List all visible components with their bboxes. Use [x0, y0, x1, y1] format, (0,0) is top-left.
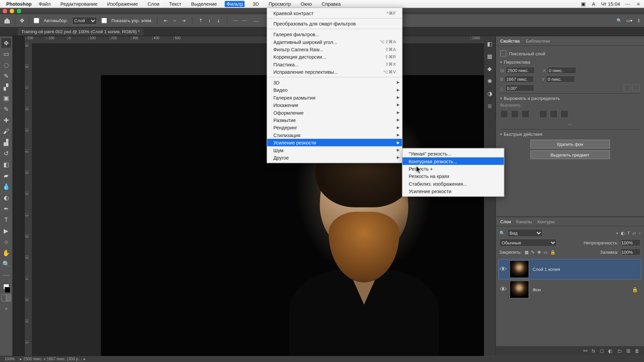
- layer-row[interactable]: 👁 Фон 🔒: [498, 279, 641, 300]
- show-transform-checkbox[interactable]: [101, 18, 107, 23]
- link-layers-icon[interactable]: ⚯: [583, 348, 587, 354]
- hand-tool[interactable]: ✋: [1, 248, 11, 258]
- align-left-icon[interactable]: ⇤: [162, 16, 170, 24]
- filter-smart-icon[interactable]: ▫: [639, 231, 641, 236]
- lock-icon[interactable]: 🔒: [632, 287, 638, 292]
- select-subject-button[interactable]: Выделить предмет: [530, 150, 609, 159]
- menu-item[interactable]: Преобразовать для смарт-фильтров: [267, 20, 402, 27]
- layer-thumbnail[interactable]: [509, 260, 529, 278]
- filter-adjust-icon[interactable]: ◐: [621, 231, 625, 236]
- menu-item[interactable]: Другое: [267, 154, 402, 161]
- visibility-toggle[interactable]: 👁: [500, 286, 506, 294]
- traffic-light-zoom[interactable]: [17, 9, 21, 13]
- screen-mode-icon[interactable]: ▫: [1, 304, 11, 313]
- lock-artboard-icon[interactable]: ▭: [543, 249, 547, 254]
- menu-item[interactable]: Видео: [267, 86, 402, 94]
- layer-thumbnail[interactable]: [509, 281, 529, 298]
- menu-item[interactable]: Исправление перспективы...⌥⌘V: [267, 68, 402, 75]
- menu-3d[interactable]: 3D: [251, 1, 261, 7]
- submenu-item[interactable]: "Умная" резкость...: [402, 150, 504, 157]
- width-field[interactable]: [506, 67, 535, 74]
- menu-window[interactable]: Окно: [299, 1, 314, 7]
- panel-icon-gradients[interactable]: ◆: [486, 65, 494, 73]
- zoom-tool[interactable]: 🔍: [1, 259, 11, 269]
- menu-item[interactable]: Усиление резкости: [267, 139, 402, 146]
- align-hcenter-icon[interactable]: ↔: [171, 16, 179, 24]
- dodge-tool[interactable]: ◐: [1, 193, 11, 202]
- quick-mask-toggle[interactable]: [1, 294, 11, 302]
- align-bottom-btn[interactable]: [560, 110, 569, 118]
- flip-v-icon[interactable]: [633, 84, 640, 92]
- panel-icon-color[interactable]: ◧: [486, 40, 494, 48]
- document-tab[interactable]: Training-oil-paint-002.psd @ 100% (Слой …: [18, 28, 143, 35]
- layer-row[interactable]: 👁 Слой 1 копия: [498, 259, 641, 280]
- section-transform[interactable]: Перспектива: [500, 58, 639, 66]
- align-vcenter-btn[interactable]: [550, 110, 558, 118]
- clone-stamp-tool[interactable]: ▟: [1, 137, 11, 147]
- angle-field[interactable]: [505, 84, 534, 92]
- distribute-h-icon[interactable]: ⋯: [232, 16, 240, 24]
- options-overflow-icon[interactable]: ⋯: [253, 17, 259, 24]
- delete-layer-icon[interactable]: 🗑: [635, 348, 640, 354]
- menu-item[interactable]: Адаптивный широкий угол...⌥⇧⌘A: [267, 38, 402, 45]
- lock-position-icon[interactable]: ✥: [537, 249, 541, 254]
- align-top-btn[interactable]: [539, 110, 547, 118]
- submenu-item[interactable]: Контурная резкость...: [402, 157, 504, 165]
- share-icon[interactable]: ⇪: [637, 18, 641, 23]
- align-right-icon[interactable]: ⇥: [179, 16, 187, 24]
- menu-item[interactable]: Размытие: [267, 116, 402, 124]
- submenu-item[interactable]: Стабилиз. изображения...: [402, 180, 504, 187]
- auto-select-target[interactable]: Слой: [72, 16, 97, 24]
- menu-edit[interactable]: Редактирование: [59, 1, 99, 7]
- filter-pixel-icon[interactable]: ▪: [616, 231, 618, 236]
- layer-kind-filter[interactable]: Вид: [507, 229, 543, 237]
- background-color[interactable]: [4, 287, 10, 293]
- eyedropper-tool[interactable]: ✎: [1, 104, 11, 114]
- eraser-tool[interactable]: ◧: [1, 160, 11, 169]
- menu-item[interactable]: Фильтр Camera Raw...⇧⌘A: [267, 46, 402, 53]
- submenu-item[interactable]: Усиление резкости: [402, 187, 504, 195]
- menu-item[interactable]: Оформление: [267, 109, 402, 116]
- type-tool[interactable]: T: [1, 215, 11, 225]
- menu-layer[interactable]: Слои: [146, 1, 161, 7]
- frame-tool[interactable]: ▣: [1, 93, 11, 103]
- history-brush-tool[interactable]: ↺: [1, 148, 11, 158]
- menu-view[interactable]: Просмотр: [267, 1, 293, 7]
- opacity-field[interactable]: [621, 239, 640, 246]
- layer-name[interactable]: Слой 1 копия: [533, 267, 560, 272]
- artboard-tool[interactable]: ▭: [1, 49, 11, 59]
- tab-layers[interactable]: Слои: [500, 219, 511, 224]
- healing-brush-tool[interactable]: ✚: [1, 115, 11, 125]
- clock[interactable]: Чт 15:04: [601, 1, 620, 7]
- blend-mode-select[interactable]: Обычные: [499, 239, 557, 247]
- align-more-icon[interactable]: ⋯: [500, 120, 639, 128]
- lock-pixels-icon[interactable]: ✎: [531, 249, 535, 254]
- align-hcenter-btn[interactable]: [511, 110, 519, 118]
- menu-file[interactable]: Файл: [37, 1, 52, 7]
- shape-tool[interactable]: ○: [1, 237, 11, 247]
- visibility-toggle[interactable]: 👁: [500, 265, 506, 273]
- lock-transparency-icon[interactable]: ▦: [525, 249, 529, 254]
- ruler-vertical[interactable]: 001002003004005: [25, 43, 32, 356]
- spotlight-icon[interactable]: ⋯: [625, 1, 631, 7]
- zoom-level[interactable]: 100%: [4, 357, 14, 361]
- menu-filter[interactable]: Фильтр: [225, 1, 245, 7]
- layer-mask-icon[interactable]: ◻: [600, 348, 604, 354]
- align-right-btn[interactable]: [522, 110, 530, 118]
- crop-tool[interactable]: ▞: [1, 82, 11, 92]
- panel-icon-history[interactable]: ≣: [486, 102, 494, 110]
- menu-select[interactable]: Выделение: [189, 1, 218, 7]
- filter-shape-icon[interactable]: ▱: [633, 231, 636, 236]
- more-align-icon[interactable]: ⋯: [240, 16, 249, 24]
- layer-name[interactable]: Фон: [533, 287, 541, 292]
- menu-item[interactable]: 3D: [267, 79, 402, 86]
- menu-item[interactable]: Галерея фильтров...: [267, 31, 402, 38]
- menu-image[interactable]: Изображение: [105, 1, 140, 7]
- menu-item[interactable]: Искажение: [267, 101, 402, 109]
- brush-tool[interactable]: 🖌: [1, 126, 11, 136]
- panel-icon-swatches[interactable]: ▦: [486, 52, 494, 60]
- auto-select-checkbox[interactable]: [34, 18, 39, 23]
- traffic-light-close[interactable]: [3, 9, 7, 13]
- blur-tool[interactable]: 💧: [1, 182, 11, 191]
- traffic-light-minimize[interactable]: [10, 9, 14, 13]
